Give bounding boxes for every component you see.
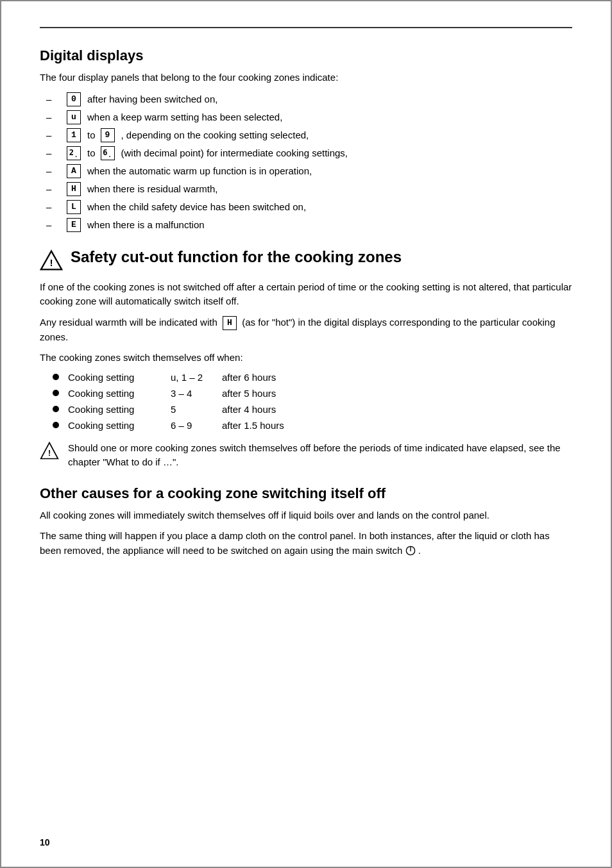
list-item: – E when there is a malfunction [40, 217, 572, 233]
digital-displays-list: – 0 after having been switched on, – u w… [40, 92, 572, 233]
bullet-icon [53, 422, 59, 428]
page-number: 10 [40, 837, 50, 847]
top-border [40, 27, 572, 28]
list-item: – 1 to 9 , depending on the cooking sett… [40, 128, 572, 143]
item-text: , depending on the cooking setting selec… [121, 128, 309, 143]
to-label: to [87, 146, 96, 161]
other-causes-title: Other causes for a cooking zone switchin… [40, 485, 572, 502]
safety-header: ! Safety cut-out function for the cookin… [40, 248, 572, 272]
cooking-settings-table: Cooking setting u, 1 – 2 after 6 hours C… [53, 372, 585, 431]
setting-range: 5 [171, 404, 222, 415]
page: Digital displays The four display panels… [0, 0, 612, 868]
setting-range: 3 – 4 [171, 388, 222, 399]
item-text: when there is a malfunction [87, 217, 205, 233]
list-item: – H when there is residual warmth, [40, 181, 572, 197]
symbol-H: H [67, 182, 81, 196]
dash: – [46, 110, 64, 125]
item-text: when a keep warm setting has been select… [87, 110, 282, 125]
dash: – [46, 217, 64, 233]
symbol-1: 1 [67, 128, 81, 142]
setting-duration: after 4 hours [222, 404, 276, 415]
other-causes-section: Other causes for a cooking zone switchin… [40, 485, 572, 558]
setting-label: Cooking setting [68, 420, 171, 431]
setting-duration: after 5 hours [222, 388, 276, 399]
item-text: after having been switched on, [87, 92, 217, 107]
symbol-E: E [67, 218, 81, 232]
list-item: – u when a keep warm setting has been se… [40, 110, 572, 125]
dash: – [46, 92, 64, 107]
item-text: when there is residual warmth, [87, 181, 217, 197]
dash: – [46, 199, 64, 215]
symbol-zero: 0 [67, 92, 81, 106]
setting-duration: after 6 hours [222, 372, 276, 383]
setting-range: u, 1 – 2 [171, 372, 222, 383]
dash: – [46, 128, 64, 143]
symbol-2dot: 2̣ [67, 146, 81, 160]
symbol-L: L [67, 200, 81, 214]
symbol-9: 9 [101, 128, 115, 142]
svg-text:!: ! [49, 257, 53, 268]
dash: – [46, 146, 64, 161]
to-label: to [87, 128, 96, 143]
safety-para2: Any residual warmth will be indicated wi… [40, 315, 572, 345]
safety-cutout-title: Safety cut-out function for the cooking … [71, 248, 402, 266]
list-item: – 2̣ to 6̣ (with decimal point) for inte… [40, 146, 572, 161]
setting-label: Cooking setting [68, 388, 171, 399]
dash: – [46, 163, 64, 179]
setting-range: 6 – 9 [171, 420, 222, 431]
table-row: Cooking setting 3 – 4 after 5 hours [53, 388, 585, 399]
item-text: when the child safety device has been sw… [87, 199, 306, 215]
digital-displays-title: Digital displays [40, 47, 572, 64]
list-item: – L when the child safety device has bee… [40, 199, 572, 215]
table-row: Cooking setting u, 1 – 2 after 6 hours [53, 372, 585, 383]
warning-note-text: Should one or more cooking zones switch … [68, 441, 572, 470]
bullet-icon [53, 390, 59, 396]
symbol-u: u [67, 110, 81, 124]
para2-text-other: The same thing will happen if you place … [40, 530, 550, 556]
period: . [418, 545, 421, 556]
item-text: when the automatic warm up function is i… [87, 163, 312, 179]
bullet-icon [53, 374, 59, 380]
warning-icon-small: ! [40, 441, 59, 460]
table-row: Cooking setting 6 – 9 after 1.5 hours [53, 420, 585, 431]
dash: – [46, 181, 64, 197]
symbol-H-inline: H [223, 316, 237, 330]
list-item: – A when the automatic warm up function … [40, 163, 572, 179]
other-causes-para2: The same thing will happen if you place … [40, 529, 572, 558]
safety-para3: The cooking zones switch themselves off … [40, 351, 572, 365]
setting-label: Cooking setting [68, 372, 171, 383]
safety-cutout-section: ! Safety cut-out function for the cookin… [40, 248, 572, 470]
safety-para1: If one of the cooking zones is not switc… [40, 280, 572, 309]
svg-text:!: ! [48, 448, 51, 457]
item-text: (with decimal point) for intermediate co… [121, 146, 348, 161]
warning-icon: ! [40, 249, 63, 272]
power-symbol-icon [405, 546, 416, 556]
table-row: Cooking setting 5 after 4 hours [53, 404, 585, 415]
other-causes-para1: All cooking zones will immediately switc… [40, 508, 572, 523]
para2-text: Any residual warmth will be indicated wi… [40, 317, 217, 328]
list-item: – 0 after having been switched on, [40, 92, 572, 107]
digital-displays-intro: The four display panels that belong to t… [40, 71, 572, 85]
warning-note: ! Should one or more cooking zones switc… [40, 441, 572, 470]
digital-displays-section: Digital displays The four display panels… [40, 47, 572, 233]
setting-label: Cooking setting [68, 404, 171, 415]
bullet-icon [53, 406, 59, 412]
symbol-A: A [67, 164, 81, 178]
symbol-6dot: 6̣ [101, 146, 115, 160]
setting-duration: after 1.5 hours [222, 420, 284, 431]
